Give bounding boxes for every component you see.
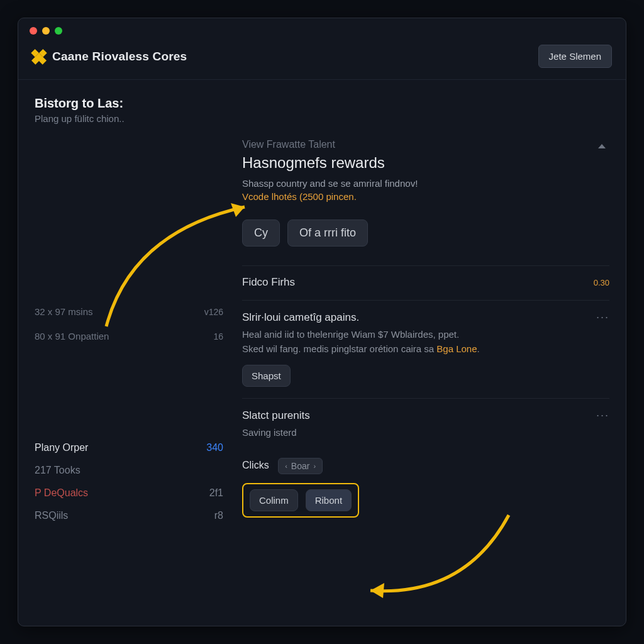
list-item-badge: 0.30: [594, 278, 609, 287]
list-item-body: Heal anid iid to thelenrige Wiam $7 Wbla…: [242, 328, 609, 356]
list-item-line: Heal anid iid to thelenrige Wiam $7 Wbla…: [242, 328, 609, 342]
stat-value: v126: [204, 307, 223, 317]
list-item: Slatct purenits ··· Saving isterd: [242, 398, 609, 452]
more-icon[interactable]: ···: [596, 311, 609, 324]
list-item-line: Sked wil fang. medis pinglstar orétion c…: [242, 342, 609, 357]
stat-value: 16: [213, 331, 223, 341]
cy-button[interactable]: Cy: [242, 219, 280, 247]
more-icon[interactable]: ···: [596, 409, 609, 422]
highlighted-action-box: Colinm Ribont: [242, 483, 359, 518]
of-button[interactable]: Of a rrri fito: [287, 219, 368, 247]
header-action-button[interactable]: Jete Slemen: [538, 45, 612, 68]
eyebrow-link[interactable]: View Frawatte Talent: [242, 139, 609, 150]
page-reward-note: Vcode lhotés (2500 pincen.: [242, 191, 609, 202]
pill-label: Boar: [291, 461, 310, 471]
list-item-title: Slatct purenits: [242, 409, 310, 422]
list-item-title: Slrir·loui cametîg apains.: [242, 311, 359, 324]
order-label: RSQiils: [35, 510, 68, 521]
app-window: Caane Riovaless Cores Jete Slemen Bistor…: [18, 18, 626, 626]
list-item: Fidco Firhs 0.30: [242, 265, 609, 300]
list-item-title: Fidco Firhs: [242, 276, 295, 289]
page-subtitle: Shassp country and se se amriral findnov…: [242, 178, 609, 189]
minimize-window-icon[interactable]: [42, 27, 50, 35]
maximize-window-icon[interactable]: [55, 27, 62, 35]
order-row[interactable]: Plany Orper 340: [35, 442, 223, 453]
list-item: Slrir·loui cametîg apains. ··· Heal anid…: [242, 300, 609, 398]
stat-row: 32 x 97 msins v126: [35, 306, 223, 317]
content-body: Bistorg to Las: Plang up fülitc chion.. …: [18, 80, 626, 618]
window-controls: [30, 27, 62, 35]
titlebar: [18, 18, 626, 41]
stat-label: 80 x 91 Onpattien: [35, 331, 109, 341]
sidebar: Bistorg to Las: Plang up fülitc chion.. …: [35, 94, 223, 618]
inline-highlight[interactable]: Bga Lone: [436, 343, 477, 354]
sidebar-subtitle: Plang up fülitc chion..: [35, 113, 223, 124]
boar-pill[interactable]: ‹ Boar ›: [278, 458, 323, 474]
clicks-row: Clicks ‹ Boar ›: [242, 452, 609, 474]
order-block: Plany Orper 340 217 Tooks P DeQualcs 2f1…: [35, 442, 223, 521]
order-row[interactable]: 217 Tooks: [35, 465, 223, 476]
close-window-icon[interactable]: [30, 27, 37, 35]
order-row[interactable]: RSQiils r8: [35, 510, 223, 521]
brand-title: Caane Riovaless Cores: [52, 50, 187, 64]
list-item-sub: Saving isterd: [242, 426, 609, 440]
order-row[interactable]: P DeQualcs 2f1: [35, 487, 223, 499]
primary-button-row: Cy Of a rrri fito: [242, 219, 609, 247]
clicks-label: Clicks: [242, 460, 269, 470]
order-value: r8: [214, 510, 223, 521]
page-title: Hasnogmefs rewards: [242, 154, 609, 172]
order-label: 217 Tooks: [35, 465, 80, 476]
order-label: Plany Orper: [35, 442, 88, 453]
collapse-icon[interactable]: [598, 144, 606, 148]
ribont-button[interactable]: Ribont: [306, 489, 352, 511]
order-value: 2f1: [209, 487, 223, 499]
confirm-button[interactable]: Colinm: [250, 489, 298, 511]
order-value: 340: [206, 442, 223, 453]
stat-row: 80 x 91 Onpattien 16: [35, 331, 223, 341]
sidebar-title: Bistorg to Las:: [35, 96, 223, 111]
shapst-button[interactable]: Shapst: [242, 365, 291, 387]
order-label: P DeQualcs: [35, 487, 88, 499]
brand-logo-icon: [29, 47, 48, 66]
main-panel: View Frawatte Talent Hasnogmefs rewards …: [242, 94, 609, 618]
header-bar: Caane Riovaless Cores Jete Slemen: [18, 41, 626, 80]
stat-label: 32 x 97 msins: [35, 306, 93, 317]
